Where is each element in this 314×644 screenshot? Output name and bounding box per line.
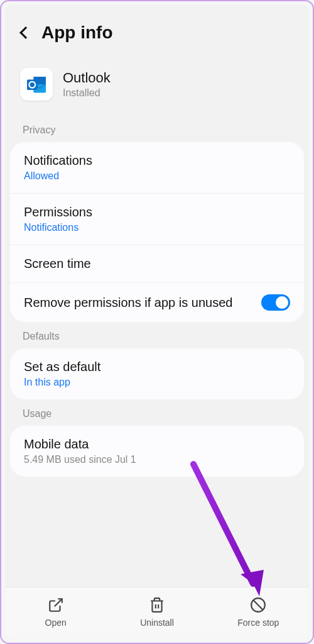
app-name: Outlook [63, 70, 111, 86]
screen-time-title: Screen time [24, 257, 290, 271]
notifications-row[interactable]: Notifications Allowed [10, 142, 304, 194]
permissions-sub: Notifications [24, 222, 290, 233]
bottom-bar: Open Uninstall Force stop [5, 587, 309, 639]
mobile-data-sub: 5.49 MB used since Jul 1 [24, 454, 290, 465]
usage-card: Mobile data 5.49 MB used since Jul 1 [10, 426, 304, 477]
set-as-default-sub: In this app [24, 377, 290, 388]
notifications-title: Notifications [24, 153, 290, 168]
svg-line-4 [54, 599, 62, 606]
open-label: Open [45, 618, 67, 628]
back-icon[interactable] [19, 26, 32, 39]
privacy-card: Notifications Allowed Permissions Notifi… [10, 142, 304, 322]
trash-icon [148, 596, 166, 614]
svg-line-8 [254, 600, 263, 609]
force-stop-button[interactable]: Force stop [208, 596, 309, 628]
app-icon [20, 68, 53, 101]
force-stop-label: Force stop [237, 618, 279, 628]
remove-permissions-row[interactable]: Remove permissions if app is unused [10, 283, 304, 322]
permissions-row[interactable]: Permissions Notifications [10, 194, 304, 245]
open-icon [47, 596, 65, 614]
set-as-default-row[interactable]: Set as default In this app [10, 348, 304, 399]
app-header: Outlook Installed [5, 55, 309, 116]
uninstall-button[interactable]: Uninstall [106, 596, 207, 628]
section-privacy-label: Privacy [5, 116, 309, 142]
permissions-title: Permissions [24, 205, 290, 219]
remove-permissions-title: Remove permissions if app is unused [24, 296, 261, 310]
set-as-default-title: Set as default [24, 360, 290, 374]
mobile-data-title: Mobile data [24, 437, 290, 452]
notifications-sub: Allowed [24, 170, 290, 182]
section-usage-label: Usage [5, 399, 309, 426]
page-title: App info [41, 23, 113, 43]
uninstall-label: Uninstall [140, 618, 174, 628]
prohibit-icon [249, 596, 267, 614]
remove-permissions-toggle[interactable] [261, 294, 290, 311]
mobile-data-row[interactable]: Mobile data 5.49 MB used since Jul 1 [10, 426, 304, 477]
section-defaults-label: Defaults [5, 322, 309, 348]
screen-time-row[interactable]: Screen time [10, 245, 304, 283]
outlook-icon [25, 73, 48, 96]
app-status: Installed [63, 87, 111, 99]
defaults-card: Set as default In this app [10, 348, 304, 399]
open-button[interactable]: Open [5, 596, 106, 628]
